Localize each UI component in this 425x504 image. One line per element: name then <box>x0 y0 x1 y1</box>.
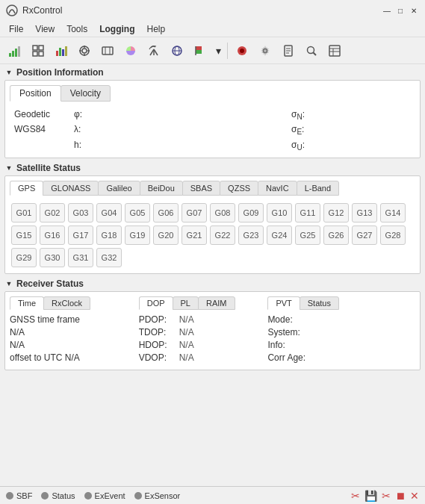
tab-pl[interactable]: PL <box>173 296 199 310</box>
settings-icon[interactable] <box>255 40 276 61</box>
sat-tab-galileo[interactable]: Galileo <box>98 181 140 196</box>
tab-raim[interactable]: RAIM <box>198 296 235 310</box>
hdop-value: N/A <box>179 340 194 350</box>
sat-btn-g31[interactable]: G31 <box>68 248 93 267</box>
minimize-button[interactable]: — <box>382 5 392 16</box>
position-collapse-btn[interactable]: ▼ <box>4 68 13 77</box>
table-icon[interactable] <box>324 40 345 61</box>
sat-tab-qzss[interactable]: QZSS <box>220 181 258 196</box>
sat-btn-g10[interactable]: G10 <box>267 203 292 223</box>
antenna-icon[interactable] <box>143 40 164 61</box>
sat-btn-g28[interactable]: G28 <box>380 225 406 245</box>
menu-help[interactable]: Help <box>140 22 171 36</box>
pos-val-lambda <box>134 124 291 136</box>
pvt-mode-label: Mode: <box>267 314 292 325</box>
sat-btn-g32[interactable]: G32 <box>96 248 122 267</box>
tab-position[interactable]: Position <box>10 85 61 102</box>
sat-tab-navic[interactable]: NavIC <box>258 181 297 196</box>
pie-icon[interactable] <box>120 40 141 61</box>
tab-velocity[interactable]: Velocity <box>61 85 111 102</box>
pos-sigma-e-lbl: σE: <box>291 124 351 136</box>
tab-time[interactable]: Time <box>10 296 44 310</box>
record-icon[interactable] <box>232 40 252 61</box>
map-icon[interactable] <box>97 40 118 61</box>
maximize-button[interactable]: □ <box>395 5 406 16</box>
sat-btn-g25[interactable]: G25 <box>295 225 320 245</box>
sat-btn-g07[interactable]: G07 <box>182 203 207 223</box>
sat-btn-g19[interactable]: G19 <box>125 225 150 245</box>
svg-point-30 <box>240 49 244 53</box>
tab-pvt[interactable]: PVT <box>267 296 300 310</box>
svg-rect-5 <box>33 46 37 50</box>
tab-dop[interactable]: DOP <box>139 296 173 310</box>
chart-icon[interactable] <box>51 40 72 61</box>
pdop-label: PDOP: <box>139 314 176 325</box>
stop-icon[interactable]: ⏹ <box>395 490 406 502</box>
sat-btn-g03[interactable]: G03 <box>68 203 93 223</box>
receiver-collapse-btn[interactable]: ▼ <box>4 279 13 288</box>
pvt-info-label: Info: <box>267 340 285 350</box>
signal-icon[interactable] <box>4 40 25 61</box>
tab-rxclock[interactable]: RxClock <box>43 296 90 310</box>
status-label: Status <box>52 491 75 500</box>
sat-btn-g13[interactable]: G13 <box>352 203 377 223</box>
svg-rect-3 <box>15 49 17 57</box>
sat-btn-g09[interactable]: G09 <box>238 203 264 223</box>
sbf-dot <box>6 492 13 500</box>
status-exsensor: ExSensor <box>134 491 181 500</box>
flag-icon[interactable] <box>190 40 211 61</box>
sat-btn-g27[interactable]: G27 <box>352 225 377 245</box>
sat-tab-glonass[interactable]: GLONASS <box>43 181 99 196</box>
sat-btn-g08[interactable]: G08 <box>210 203 235 223</box>
search-icon[interactable] <box>301 40 322 61</box>
sat-btn-g22[interactable]: G22 <box>210 225 235 245</box>
menu-tools[interactable]: Tools <box>61 22 93 36</box>
pdop-row: PDOP: N/A <box>139 314 262 325</box>
sat-btn-g01[interactable]: G01 <box>11 203 37 223</box>
sat-tab-lband[interactable]: L-Band <box>297 181 339 196</box>
menu-view[interactable]: View <box>29 22 61 36</box>
sat-btn-g05[interactable]: G05 <box>125 203 150 223</box>
sat-btn-g04[interactable]: G04 <box>96 203 122 223</box>
sat-btn-g12[interactable]: G12 <box>323 203 349 223</box>
globe-icon[interactable] <box>167 40 187 61</box>
close-icon[interactable]: ✕ <box>410 490 419 502</box>
tab-pvt-status[interactable]: Status <box>300 296 339 310</box>
sat-btn-g14[interactable]: G14 <box>380 203 406 223</box>
grid-icon[interactable] <box>28 40 49 61</box>
pos-label-geodetic: Geodetic <box>14 109 74 121</box>
sat-btn-g29[interactable]: G29 <box>11 248 37 267</box>
sat-btn-g20[interactable]: G20 <box>153 225 179 245</box>
sat-btn-g06[interactable]: G06 <box>153 203 179 223</box>
receiver-section: ▼ Receiver Status Time RxClock GNSS time… <box>4 279 421 370</box>
menu-file[interactable]: File <box>3 22 29 36</box>
svg-rect-10 <box>59 48 61 56</box>
hdop-row: HDOP: N/A <box>139 340 262 350</box>
sat-tab-sbas[interactable]: SBAS <box>182 181 220 196</box>
sat-btn-g26[interactable]: G26 <box>323 225 349 245</box>
sat-btn-g17[interactable]: G17 <box>68 225 93 245</box>
app-title: RxControl <box>22 5 62 16</box>
file-icon[interactable] <box>278 40 299 61</box>
menu-logging[interactable]: Logging <box>93 22 140 36</box>
svg-rect-27 <box>196 50 202 54</box>
sat-btn-g23[interactable]: G23 <box>238 225 264 245</box>
sat-btn-g15[interactable]: G15 <box>11 225 37 245</box>
sat-btn-g18[interactable]: G18 <box>96 225 122 245</box>
save-icon[interactable]: 💾 <box>364 490 377 502</box>
sat-tab-gps[interactable]: GPS <box>10 181 43 196</box>
satellite-collapse-btn[interactable]: ▼ <box>4 164 13 172</box>
sat-btn-g21[interactable]: G21 <box>182 225 207 245</box>
cut-icon[interactable]: ✂ <box>351 490 360 502</box>
sat-tab-beidou[interactable]: BeiDou <box>140 181 183 196</box>
sat-btn-g30[interactable]: G30 <box>40 248 65 267</box>
sat-btn-g16[interactable]: G16 <box>40 225 65 245</box>
dropdown-arrow-icon[interactable]: ▾ <box>213 40 223 61</box>
sat-btn-g11[interactable]: G11 <box>295 203 320 223</box>
position-grid: Geodetic φ: σN: WGS84 λ: σE: h: σU: <box>10 108 415 153</box>
sat-btn-g02[interactable]: G02 <box>40 203 65 223</box>
close-button[interactable]: ✕ <box>409 5 419 16</box>
sat-btn-g24[interactable]: G24 <box>267 225 292 245</box>
disconnect-icon[interactable]: ✂ <box>382 490 391 502</box>
target-icon[interactable] <box>74 40 95 61</box>
